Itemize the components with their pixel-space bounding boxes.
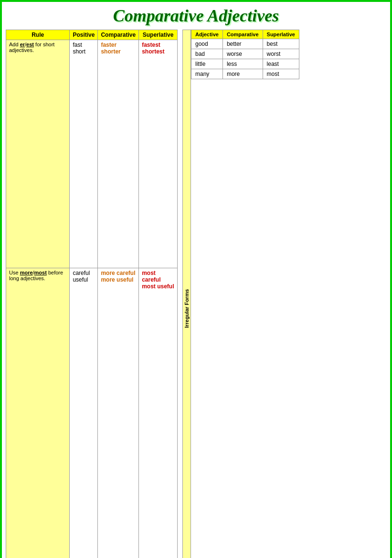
comparative-cell: worse <box>222 49 263 59</box>
table-row: Use more/most before long adjectives. ca… <box>6 268 178 558</box>
superlative-cell: most <box>263 69 299 79</box>
page-title: Comparative Adjectives <box>6 6 386 26</box>
comparative-cell: more <box>222 69 263 79</box>
superlative-cell: worst <box>263 49 299 59</box>
superlative-cell: most carefulmost useful <box>139 268 178 558</box>
rule-cell: Add er/est for short adjectives. <box>6 40 70 268</box>
irregular-forms-label: Irregular Forms <box>182 30 191 558</box>
irregular-forms-wrapper: Irregular Forms Adjective Comparative Su… <box>182 30 299 558</box>
rule-cell: Use more/most before long adjectives. <box>6 268 70 558</box>
superlative-cell: fastestshortest <box>139 40 178 268</box>
comparative-cell: less <box>222 59 263 69</box>
positive-cell: carefuluseful <box>70 268 98 558</box>
comparative-cell: more carefulmore useful <box>98 268 139 558</box>
rule-header: Rule <box>6 30 70 40</box>
adjective-cell: bad <box>191 49 223 59</box>
comparative-cell: better <box>222 39 263 49</box>
table-row: Add er/est for short adjectives. fastsho… <box>6 40 178 268</box>
positive-header: Positive <box>70 30 98 40</box>
adjective-cell: many <box>191 69 223 79</box>
comparative-header: Comparative <box>98 30 139 40</box>
adjective-header: Adjective <box>191 30 223 39</box>
adjective-cell: little <box>191 59 223 69</box>
superlative-cell: least <box>263 59 299 69</box>
adjective-cell: good <box>191 39 223 49</box>
rules-table: Rule Positive Comparative Superlative Ad… <box>6 30 178 558</box>
top-tables-area: Rule Positive Comparative Superlative Ad… <box>6 30 386 558</box>
irregular-table: Adjective Comparative Superlative goodbe… <box>191 30 299 79</box>
comparative-cell: fastershorter <box>98 40 139 268</box>
comparative-header2: Comparative <box>222 30 263 39</box>
table-row: badworseworst <box>191 49 299 59</box>
table-row: manymoremost <box>191 69 299 79</box>
superlative-cell: best <box>263 39 299 49</box>
superlative-header: Superlative <box>139 30 178 40</box>
table-row: littlelessleast <box>191 59 299 69</box>
table-row: goodbetterbest <box>191 39 299 49</box>
superlative-header2: Superlative <box>263 30 299 39</box>
positive-cell: fastshort <box>70 40 98 268</box>
